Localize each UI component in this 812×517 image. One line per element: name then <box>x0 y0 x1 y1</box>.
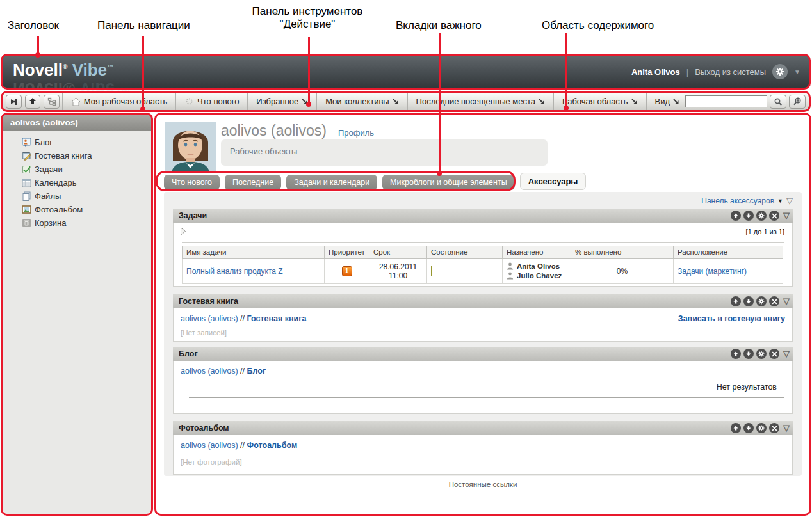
sidebar-item-files[interactable]: Файлы <box>3 189 151 203</box>
guestbook-section-body: aolivos (aolivos) // Гостевая книга Запи… <box>173 308 793 342</box>
logo-vibe-text: Vibe <box>72 60 107 79</box>
collapse-triangle-icon[interactable]: ▽ <box>783 296 790 306</box>
breadcrumb-page-link[interactable]: Блог <box>247 367 266 376</box>
close-button[interactable] <box>769 296 779 306</box>
expander-icon[interactable] <box>180 227 186 235</box>
settings-button[interactable] <box>756 349 767 359</box>
photo-album-section-header: Фотоальбом ▽ <box>173 421 793 435</box>
callout-line-toolbar <box>308 37 310 106</box>
tasks-icon <box>22 164 31 174</box>
annotation-tabs-label: Вкладки важного <box>396 19 482 32</box>
col-percent[interactable]: % выполнено <box>571 246 674 258</box>
relevance-tabs: Что нового Последние Задачи и календари … <box>164 173 586 190</box>
breadcrumb-workspace-link[interactable]: aolivos (aolivos) <box>181 441 238 450</box>
close-button[interactable] <box>769 349 779 359</box>
annotation-header-label: Заголовок <box>8 19 59 32</box>
settings-gear-button[interactable] <box>772 64 788 79</box>
calendar-icon <box>22 178 31 187</box>
priority-1-icon: 1 <box>342 266 352 276</box>
toolbar-item-recent-places[interactable]: Последние посещенные места <box>410 93 551 111</box>
workspace-tree-button[interactable] <box>44 95 60 109</box>
move-up-button[interactable] <box>731 211 741 221</box>
blog-icon <box>22 138 31 147</box>
close-button[interactable] <box>769 423 779 433</box>
up-level-button[interactable] <box>25 95 41 109</box>
move-down-button[interactable] <box>743 423 754 433</box>
trash-icon <box>22 218 31 228</box>
toolbar-item-my-teams[interactable]: Мои коллективы <box>320 93 405 111</box>
move-up-button[interactable] <box>731 349 741 359</box>
callout-dot <box>35 52 40 58</box>
assignee[interactable]: Julio Chavez <box>507 271 567 281</box>
search-input[interactable] <box>685 95 767 107</box>
task-location-link[interactable]: Задачи (маркетинг) <box>678 267 747 276</box>
accessory-panel-menu[interactable]: Панель аксессуаров ▼ ▽ <box>701 196 793 205</box>
action-toolbar: Моя рабочая область Что нового Избранное… <box>3 93 809 111</box>
collapse-triangle-icon[interactable]: ▽ <box>783 349 790 359</box>
sidebar-item-tasks[interactable]: Задачи <box>3 163 151 176</box>
breadcrumb-page-link[interactable]: Гостевая книга <box>247 314 307 323</box>
logo-registered-mark: ® <box>63 63 67 70</box>
move-up-button[interactable] <box>731 296 741 306</box>
advanced-search-button[interactable] <box>789 95 806 109</box>
breadcrumb-workspace-link[interactable]: aolivos (aolivos) <box>181 314 238 323</box>
annotation-tools-line1: Панель инструментов <box>238 5 377 18</box>
breadcrumb-page-link[interactable]: Фотоальбом <box>247 441 298 450</box>
settings-button[interactable] <box>756 296 767 306</box>
toolbar-item-view[interactable]: Вид <box>649 93 685 111</box>
toolbar-item-workspace[interactable]: Рабочая область <box>556 93 644 111</box>
blog-section-header: Блог ▽ <box>173 347 793 361</box>
sidebar-item-guestbook[interactable]: Гостевая книга <box>3 149 151 163</box>
collapse-sidebar-button[interactable] <box>6 95 22 109</box>
collapse-triangle-icon[interactable]: ▽ <box>783 211 790 221</box>
toolbar-item-favorites[interactable]: Избранное <box>250 93 314 111</box>
guestbook-icon <box>22 151 31 161</box>
col-priority[interactable]: Приоритет <box>325 246 369 258</box>
settings-button[interactable] <box>756 211 767 221</box>
triangle-down-icon[interactable]: ▽ <box>786 196 793 205</box>
breadcrumb-workspace-link[interactable]: aolivos (aolivos) <box>181 367 238 376</box>
tab-whats-new[interactable]: Что нового <box>164 175 220 190</box>
toolbar-item-my-workspace[interactable]: Моя рабочая область <box>65 93 174 111</box>
logout-link[interactable]: Выход из системы <box>695 67 766 77</box>
divider <box>189 397 784 398</box>
tab-recent[interactable]: Последние <box>225 175 281 190</box>
move-down-button[interactable] <box>743 296 754 306</box>
annotation-tools-label: Панель инструментов "Действие" <box>238 5 377 31</box>
collapse-left-icon <box>9 98 18 106</box>
tab-tasks-calendars[interactable]: Задачи и календари <box>286 175 377 190</box>
sidebar-item-blog[interactable]: Блог <box>3 136 151 149</box>
sidebar-item-photo-album[interactable]: Фотоальбом <box>3 203 151 216</box>
sidebar-item-calendar[interactable]: Календарь <box>3 176 151 189</box>
settings-button[interactable] <box>756 423 767 433</box>
collapse-triangle-icon[interactable]: ▽ <box>783 423 790 433</box>
toolbar-separator <box>62 93 63 111</box>
col-task-name[interactable]: Имя задачи <box>183 246 325 258</box>
move-up-button[interactable] <box>731 423 741 433</box>
status-diamond-icon <box>431 266 432 276</box>
toolbar-item-whats-new[interactable]: Что нового <box>179 93 245 111</box>
col-assigned[interactable]: Назначено <box>503 246 571 258</box>
search-button[interactable] <box>770 95 786 109</box>
assignee[interactable]: Anita Olivos <box>507 262 567 271</box>
permalinks-link[interactable]: Постоянные ссылки <box>156 481 809 488</box>
guestbook-section-header: Гостевая книга ▽ <box>173 294 793 308</box>
sign-guestbook-link[interactable]: Записать в гостевую книгу <box>678 314 785 323</box>
header-caret-icon[interactable]: ▼ <box>794 68 800 76</box>
tab-accessories[interactable]: Аксессуары <box>520 173 587 190</box>
tab-microblogs-shared[interactable]: Микроблоги и общие элементы <box>382 175 515 190</box>
accessories-panel: Панель аксессуаров ▼ ▽ Задачи ▽ <box>164 192 802 476</box>
move-down-button[interactable] <box>743 211 754 221</box>
col-status[interactable]: Состояние <box>427 246 503 258</box>
user-name-link[interactable]: Anita Olivos <box>631 67 680 77</box>
profile-link[interactable]: Профиль <box>338 128 374 138</box>
arrow-up-icon <box>28 97 37 106</box>
col-location[interactable]: Расположение <box>674 246 783 258</box>
sidebar-workspace-title[interactable]: aolivos (aolivos) <box>3 115 151 131</box>
move-down-button[interactable] <box>743 349 754 359</box>
sidebar-item-trash[interactable]: Корзина <box>3 216 151 230</box>
task-name-link[interactable]: Полный анализ продукта Z <box>186 267 283 276</box>
col-due[interactable]: Срок <box>369 246 427 258</box>
gear-icon <box>775 67 784 76</box>
close-button[interactable] <box>769 211 779 221</box>
